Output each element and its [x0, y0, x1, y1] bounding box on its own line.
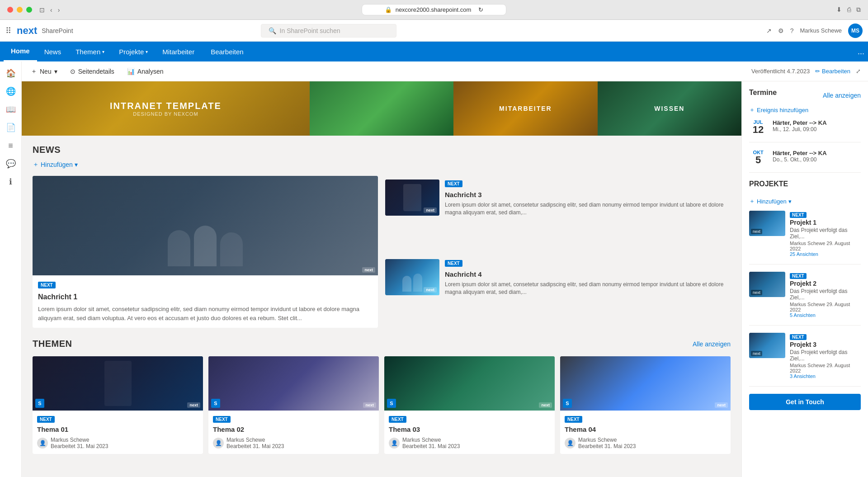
nav-item-home[interactable]: Home: [4, 42, 37, 61]
address-bar[interactable]: 🔒 nexcore2000.sharepoint.com ↻: [362, 4, 506, 15]
projekte-dropdown-icon: ▾: [146, 49, 148, 54]
new-button[interactable]: ＋ Neu ▾: [27, 66, 61, 77]
nav-more-icon[interactable]: ...: [858, 47, 864, 57]
sidebar-toggle-icon[interactable]: ⊡: [39, 6, 45, 14]
sp-topbar: ⠿ next SharePoint 🔍 In SharePoint suchen…: [0, 20, 868, 42]
themen-card-2[interactable]: S next NEXT Thema 02 👤 Markus Schewe Bea…: [208, 356, 379, 454]
themen-dropdown-icon: ▾: [102, 49, 104, 54]
hero-section-intranet: INTRANET TEMPLATE DESIGNED BY NEXCOM: [22, 81, 310, 136]
analysen-button[interactable]: 📊 Analysen: [123, 66, 167, 77]
seitendetails-button[interactable]: ⊙ Seitendetails: [66, 66, 118, 77]
news-text-3: Lorem ipsum dolor sit amet, consetetur s…: [445, 201, 731, 217]
get-in-touch-button[interactable]: Get in Touch: [749, 394, 861, 410]
projekte-title: PROJEKTE: [749, 180, 788, 188]
main-layout: INTRANET TEMPLATE DESIGNED BY NEXCOM MIT…: [22, 81, 868, 477]
themen-name-2: Markus Schewe: [226, 437, 284, 443]
sidebar-globe-icon[interactable]: 🌐: [3, 83, 19, 99]
action-bar-right: Veröffentlicht 4.7.2023 ✏ Bearbeiten ⤢: [751, 68, 861, 75]
help-icon[interactable]: ?: [790, 27, 794, 34]
projekt-meta-3: Markus Schewe 29. August 2022: [790, 363, 861, 373]
sidebar-list-icon[interactable]: ≡: [3, 137, 19, 154]
mac-window-chrome: ⊡ ‹ › 🔒 nexcore2000.sharepoint.com ↻ ⬇ ⎙…: [0, 0, 868, 20]
themen-card-1[interactable]: S next NEXT Thema 01 👤 Markus Schewe Bea…: [33, 356, 203, 454]
tabs-icon[interactable]: ⧉: [856, 6, 861, 14]
plus-icon: ＋: [33, 161, 39, 169]
nav-item-bearbeiten[interactable]: Bearbeiten: [205, 48, 249, 56]
cal-info-1: Härter, Peter --> KA Mi., 12. Juli, 09:0…: [773, 119, 827, 132]
close-dot[interactable]: [7, 7, 13, 13]
themen-name-3: Markus Schewe: [402, 437, 460, 443]
projekt-item-3[interactable]: next NEXT Projekt 3 Das Projekt verfolgt…: [749, 333, 861, 387]
share-icon[interactable]: ↗: [766, 27, 772, 34]
projekte-add-button[interactable]: ＋ Hinzufügen ▾: [749, 197, 861, 205]
projekt-content-3: NEXT Projekt 3 Das Projekt verfolgt das …: [790, 333, 861, 379]
sidebar-book-icon[interactable]: 📖: [3, 101, 19, 118]
themen-card-4[interactable]: S next NEXT Thema 04 👤 Markus Schewe Bea…: [560, 356, 731, 454]
projekt-item-1[interactable]: next NEXT Projekt 1 Das Projekt verfolgt…: [749, 211, 861, 264]
nav-item-projekte[interactable]: Projekte ▾: [112, 42, 155, 61]
hero-section-mitarbeiter[interactable]: MITARBEITER: [453, 81, 597, 136]
settings-icon[interactable]: ⚙: [778, 27, 784, 34]
nav-item-mitarbeiter[interactable]: Mitarbeiter: [155, 42, 202, 61]
themen-date-2: Bearbeitet 31. Mai 2023: [226, 443, 284, 449]
back-icon[interactable]: ‹: [50, 6, 52, 14]
hero-section-wissen[interactable]: WISSEN: [598, 81, 741, 136]
projekt-desc-2: Das Projekt verfolgt das Ziel,...: [790, 288, 861, 301]
themen-date-3: Bearbeitet 31. Mai 2023: [402, 443, 460, 449]
nav-item-themen[interactable]: Themen ▾: [68, 42, 112, 61]
chart-icon: 📊: [127, 68, 135, 75]
sidebar-chat-icon[interactable]: 💬: [3, 156, 19, 172]
new-dropdown-icon: ▾: [54, 68, 57, 75]
minimize-dot[interactable]: [17, 7, 23, 13]
themen-show-all[interactable]: Alle anzeigen: [693, 340, 731, 348]
news-small-4[interactable]: next NEXT Nachricht 4 Lorem ipsum dolor …: [385, 255, 731, 300]
projekt-badge-1: NEXT: [790, 212, 807, 218]
forward-icon[interactable]: ›: [58, 6, 60, 14]
reload-icon[interactable]: ↻: [478, 6, 483, 13]
projekt-item-2[interactable]: next NEXT Projekt 2 Das Projekt verfolgt…: [749, 272, 861, 326]
news-card-1[interactable]: next NEXT Nachricht 1 Lorem ipsum dolor …: [33, 176, 378, 328]
termine-show-all[interactable]: Alle anzeigen: [823, 92, 861, 99]
left-sidebar: 🏠 🌐 📖 📄 ≡ 💬 ℹ: [0, 61, 22, 477]
news-logo-overlay-4: next: [424, 287, 437, 293]
sidebar-document-icon[interactable]: 📄: [3, 119, 19, 136]
lock-icon: 🔒: [385, 6, 392, 13]
share-icon[interactable]: ⎙: [847, 6, 851, 14]
url-text: nexcore2000.sharepoint.com: [396, 6, 472, 13]
publish-date: Veröffentlicht 4.7.2023: [751, 68, 810, 75]
sp-search-box[interactable]: 🔍 In SharePoint suchen: [261, 24, 396, 38]
news-small-4-content: NEXT Nachricht 4 Lorem ipsum dolor sit a…: [445, 259, 731, 296]
sidebar-info-icon[interactable]: ℹ: [3, 174, 19, 190]
sidebar-home-icon[interactable]: 🏠: [3, 65, 19, 81]
browser-nav: ⊡ ‹ ›: [39, 6, 60, 14]
user-avatar[interactable]: MS: [848, 24, 863, 38]
projekt-views-2: 5 Ansichten: [790, 312, 861, 318]
news-main-article: next NEXT Nachricht 1 Lorem ipsum dolor …: [33, 176, 378, 328]
themen-title-4: Thema 04: [565, 425, 726, 433]
news-image-4: next: [385, 259, 439, 295]
fullscreen-dot[interactable]: [26, 7, 32, 13]
download-icon[interactable]: ⬇: [836, 6, 842, 14]
themen-name-1: Markus Schewe: [51, 437, 108, 443]
news-grid: next NEXT Nachricht 1 Lorem ipsum dolor …: [33, 176, 731, 328]
plus-icon: ＋: [31, 67, 37, 76]
themen-card-3[interactable]: S next NEXT Thema 03 👤 Markus Schewe Bea…: [384, 356, 555, 454]
news-small-3[interactable]: next NEXT Nachricht 3 Lorem ipsum dolor …: [385, 176, 731, 220]
themen-badge-2: NEXT: [213, 416, 231, 423]
expand-button[interactable]: ⤢: [856, 68, 861, 75]
calendar-item-2: OKT 5 Härter, Peter --> KA Do., 5. Okt.,…: [749, 150, 861, 173]
projekt-title-3: Projekt 3: [790, 341, 861, 348]
themen-s-icon-2: S: [211, 399, 220, 408]
news-add-button[interactable]: ＋ Hinzufügen ▾: [33, 161, 731, 169]
themen-name-4: Markus Schewe: [578, 437, 636, 443]
news-title-4: Nachricht 4: [445, 270, 731, 278]
projekte-section: PROJEKTE ＋ Hinzufügen ▾ next NEXT Projek…: [749, 180, 861, 410]
news-text-4: Lorem ipsum dolor sit amet, consetetur s…: [445, 281, 731, 296]
edit-button[interactable]: ✏ Bearbeiten: [815, 68, 850, 75]
details-icon: ⊙: [70, 68, 75, 75]
nav-item-news[interactable]: News: [37, 42, 69, 61]
themen-date-1: Bearbeitet 31. Mai 2023: [51, 443, 108, 449]
app-launcher-icon[interactable]: ⠿: [5, 26, 11, 36]
termine-add-button[interactable]: ＋ Ereignis hinzufügen: [749, 106, 861, 114]
themen-avatar-3: 👤: [389, 438, 400, 449]
